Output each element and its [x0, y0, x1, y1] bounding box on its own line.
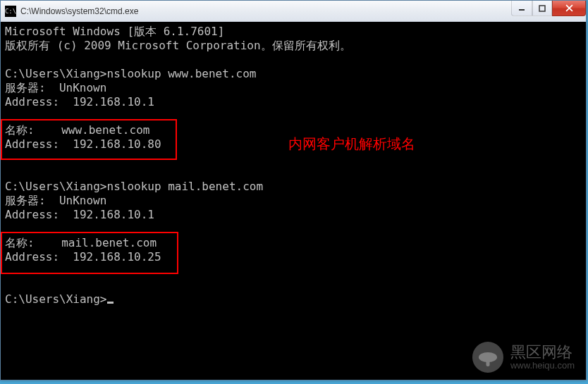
terminal-line	[5, 166, 582, 180]
terminal-line: Address: 192.168.10.80	[5, 137, 582, 151]
cursor	[107, 302, 114, 304]
terminal-line	[5, 222, 582, 236]
minimize-icon	[518, 5, 525, 12]
svg-rect-1	[539, 6, 545, 11]
terminal-line: Microsoft Windows [版本 6.1.7601]	[5, 25, 582, 39]
mushroom-icon	[472, 342, 503, 373]
terminal-line	[5, 151, 582, 166]
terminal-line: C:\Users\Xiang>	[5, 292, 582, 306]
terminal-line	[5, 278, 582, 292]
terminal-line: 版权所有 (c) 2009 Microsoft Corporation。保留所有…	[5, 39, 582, 53]
close-button[interactable]	[552, 1, 586, 16]
close-icon	[565, 4, 573, 12]
maximize-icon	[539, 5, 546, 12]
terminal-line: Address: 192.168.10.1	[5, 208, 582, 222]
window-controls	[511, 1, 586, 16]
window-titlebar[interactable]: C:\ C:\Windows\system32\cmd.exe	[1, 1, 586, 22]
terminal-line: C:\Users\Xiang>nslookup mail.benet.com	[5, 180, 582, 194]
terminal-area[interactable]: Microsoft Windows [版本 6.1.7601]版权所有 (c) …	[1, 22, 586, 380]
watermark-url: www.heiqu.com	[510, 361, 575, 371]
terminal-line: 服务器: UnKnown	[5, 81, 582, 95]
terminal-line	[5, 264, 582, 278]
maximize-button[interactable]	[532, 1, 552, 16]
terminal-content: Microsoft Windows [版本 6.1.7601]版权所有 (c) …	[5, 25, 582, 306]
terminal-line: 服务器: UnKnown	[5, 194, 582, 208]
terminal-line: 名称: www.benet.com	[5, 123, 582, 137]
terminal-line: C:\Users\Xiang>nslookup www.benet.com	[5, 67, 582, 81]
terminal-line: 名称: mail.benet.com	[5, 236, 582, 250]
svg-rect-0	[519, 9, 525, 11]
window-title: C:\Windows\system32\cmd.exe	[20, 6, 138, 16]
terminal-line	[5, 53, 582, 67]
terminal-line: Address: 192.168.10.1	[5, 95, 582, 109]
terminal-line	[5, 109, 582, 123]
cmd-window: C:\ C:\Windows\system32\cmd.exe Microsof…	[0, 0, 587, 380]
watermark: 黑区网络 www.heiqu.com	[472, 342, 575, 373]
minimize-button[interactable]	[511, 1, 532, 16]
terminal-line: Address: 192.168.10.25	[5, 250, 582, 264]
cmd-icon: C:\	[5, 6, 16, 17]
watermark-name: 黑区网络	[510, 344, 575, 361]
